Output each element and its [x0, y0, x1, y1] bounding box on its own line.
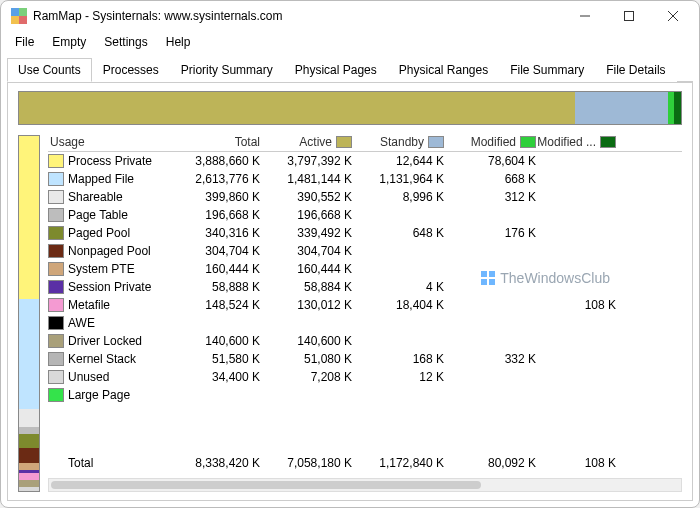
tab-physical-ranges[interactable]: Physical Ranges [388, 58, 499, 82]
col-active[interactable]: Active [260, 135, 352, 149]
horizontal-scrollbar[interactable] [48, 478, 682, 492]
modified-swatch-icon [520, 136, 536, 148]
row-swatch-icon [48, 190, 64, 204]
titlebar[interactable]: RamMap - Sysinternals: www.sysinternals.… [1, 1, 699, 31]
menu-empty[interactable]: Empty [44, 33, 94, 51]
totals-active: 7,058,180 K [260, 456, 352, 470]
row-active: 1,481,144 K [260, 172, 352, 186]
row-swatch-icon [48, 298, 64, 312]
scrollbar-thumb[interactable] [51, 481, 481, 489]
vbar-segment [19, 434, 39, 448]
row-total: 304,704 K [168, 244, 260, 258]
row-total: 140,600 K [168, 334, 260, 348]
row-active: 3,797,392 K [260, 154, 352, 168]
row-modified: 78,604 K [444, 154, 536, 168]
col-total[interactable]: Total [168, 135, 260, 149]
row-active: 339,492 K [260, 226, 352, 240]
app-window: RamMap - Sysinternals: www.sysinternals.… [0, 0, 700, 508]
row-total: 51,580 K [168, 352, 260, 366]
tab-strip: Use CountsProcessesPriority SummaryPhysi… [7, 57, 693, 82]
table-row[interactable]: Unused34,400 K7,208 K12 K [48, 368, 682, 386]
row-active: 130,012 K [260, 298, 352, 312]
table-row[interactable]: Session Private58,888 K58,884 K4 K [48, 278, 682, 296]
table-row[interactable]: Metafile148,524 K130,012 K18,404 K108 K [48, 296, 682, 314]
row-modified: 176 K [444, 226, 536, 240]
svg-rect-5 [625, 12, 634, 21]
vbar-segment [19, 480, 39, 487]
tab-priority-summary[interactable]: Priority Summary [170, 58, 284, 82]
totals-standby: 1,172,840 K [352, 456, 444, 470]
row-swatch-icon [48, 352, 64, 366]
usage-grid: Usage Total Active Standby Modified Modi… [48, 135, 682, 492]
row-label: Driver Locked [68, 334, 142, 348]
table-row[interactable]: Large Page [48, 386, 682, 404]
vbar-segment [19, 448, 39, 462]
menu-settings[interactable]: Settings [96, 33, 155, 51]
table-row[interactable]: AWE [48, 314, 682, 332]
table-row[interactable]: Shareable399,860 K390,552 K8,996 K312 K [48, 188, 682, 206]
row-standby: 648 K [352, 226, 444, 240]
table-row[interactable]: Driver Locked140,600 K140,600 K [48, 332, 682, 350]
tab-file-summary[interactable]: File Summary [499, 58, 595, 82]
table-row[interactable]: Mapped File2,613,776 K1,481,144 K1,131,9… [48, 170, 682, 188]
row-total: 160,444 K [168, 262, 260, 276]
row-label: Process Private [68, 154, 152, 168]
row-standby: 168 K [352, 352, 444, 366]
menu-help[interactable]: Help [158, 33, 199, 51]
grid-header: Usage Total Active Standby Modified Modi… [48, 135, 682, 152]
tab-file-details[interactable]: File Details [595, 58, 676, 82]
svg-rect-0 [11, 8, 19, 16]
table-row[interactable]: Paged Pool340,316 K339,492 K648 K176 K [48, 224, 682, 242]
row-label: Unused [68, 370, 109, 384]
table-row[interactable]: Process Private3,888,660 K3,797,392 K12,… [48, 152, 682, 170]
row-label: Shareable [68, 190, 123, 204]
vbar-segment [19, 427, 39, 434]
row-swatch-icon [48, 226, 64, 240]
hbar-segment [674, 92, 681, 124]
maximize-button[interactable] [607, 1, 651, 31]
row-swatch-icon [48, 334, 64, 348]
col-modn-label: Modified ... [537, 135, 596, 149]
row-label: AWE [68, 316, 95, 330]
row-active: 160,444 K [260, 262, 352, 276]
row-swatch-icon [48, 370, 64, 384]
row-total: 58,888 K [168, 280, 260, 294]
table-row[interactable]: Page Table196,668 K196,668 K [48, 206, 682, 224]
hbar-segment [575, 92, 668, 124]
row-standby: 4 K [352, 280, 444, 294]
row-standby: 1,131,964 K [352, 172, 444, 186]
memory-state-bar [18, 91, 682, 125]
tab-physical-pages[interactable]: Physical Pages [284, 58, 388, 82]
standby-swatch-icon [428, 136, 444, 148]
close-button[interactable] [651, 1, 695, 31]
vbar-segment [19, 136, 39, 299]
row-swatch-icon [48, 388, 64, 402]
row-swatch-icon [48, 244, 64, 258]
row-standby: 12 K [352, 370, 444, 384]
row-active: 58,884 K [260, 280, 352, 294]
row-total: 148,524 K [168, 298, 260, 312]
row-swatch-icon [48, 172, 64, 186]
totals-modified: 80,092 K [444, 456, 536, 470]
window-controls [563, 1, 695, 31]
row-active: 390,552 K [260, 190, 352, 204]
col-modified[interactable]: Modified [444, 135, 536, 149]
tab-processes[interactable]: Processes [92, 58, 170, 82]
table-row[interactable]: Nonpaged Pool304,704 K304,704 K [48, 242, 682, 260]
menu-file[interactable]: File [7, 33, 42, 51]
tab-use-counts[interactable]: Use Counts [7, 58, 92, 82]
minimize-button[interactable] [563, 1, 607, 31]
vbar-segment [19, 463, 39, 470]
row-label: Paged Pool [68, 226, 130, 240]
table-row[interactable]: System PTE160,444 K160,444 K [48, 260, 682, 278]
col-modified-nowrite[interactable]: Modified ... [536, 135, 616, 149]
row-label: Mapped File [68, 172, 134, 186]
totals-modn: 108 K [536, 456, 616, 470]
table-row[interactable]: Kernel Stack51,580 K51,080 K168 K332 K [48, 350, 682, 368]
row-swatch-icon [48, 316, 64, 330]
col-usage[interactable]: Usage [48, 135, 168, 149]
col-standby[interactable]: Standby [352, 135, 444, 149]
totals-row: Total 8,338,420 K 7,058,180 K 1,172,840 … [48, 454, 682, 472]
usage-type-bar [18, 135, 40, 492]
row-standby: 8,996 K [352, 190, 444, 204]
